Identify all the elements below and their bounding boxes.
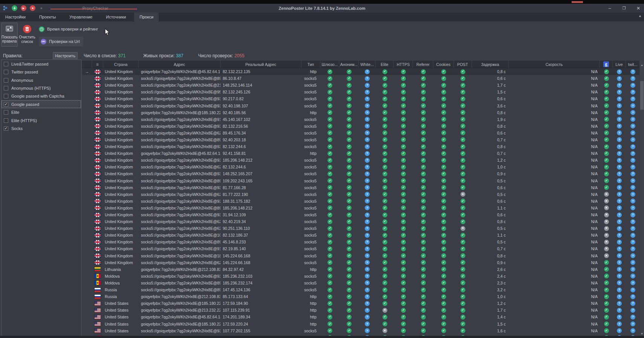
rule-item[interactable]: Google passed with Captcha — [2, 92, 81, 100]
minimize-button[interactable]: – — [607, 6, 612, 11]
restore-button[interactable]: ❐ — [621, 6, 627, 10]
table-row[interactable]: United Kingdomsocks5://goiqyefpbx:7qg2ok… — [82, 143, 640, 150]
column-header-white[interactable]: White... — [359, 61, 376, 68]
table-row[interactable]: United Kingdomsocks5://goiqyefpbx:7qg2ok… — [82, 259, 640, 266]
column-header-elite[interactable]: Elite — [376, 61, 394, 68]
table-row[interactable]: United Kingdomsocks5://goiqyefpbx:7qg2ok… — [82, 102, 640, 109]
menu-tab-Настройки[interactable]: Настройки — [0, 12, 31, 21]
column-header-real[interactable]: Реальный Адрес — [220, 61, 301, 68]
table-row[interactable]: United Kingdomsocks5://goiqyefpbx:7qg2ok… — [82, 205, 640, 211]
column-header-flag[interactable]: ≣ — [92, 61, 103, 68]
table-row[interactable]: Moldovasocks5://goiqyefpbx:7qg2okyiWKh2H… — [82, 273, 640, 280]
rule-checkbox[interactable]: ✓ — [4, 102, 8, 107]
table-row[interactable]: United Kingdomsocks5://goiqyefpbx:7qg2ok… — [82, 191, 640, 198]
table-row[interactable]: United Kingdomsocks5://goiqyefpbx:7qg2ok… — [82, 130, 640, 136]
rule-item[interactable]: Anonymous — [2, 76, 81, 84]
column-header-twitter[interactable]: twit... — [626, 61, 640, 68]
vertical-scrollbar[interactable]: ▲ ▼ — [640, 61, 644, 338]
table-row[interactable]: United Kingdomsocks5://goiqyefpbx:7qg2ok… — [82, 89, 640, 95]
table-row[interactable]: United Kingdomsocks5://goiqyefpbx:7qg2ok… — [82, 95, 640, 102]
table-row[interactable]: United Kingdomgoiqyefpbx:7qg2okyiWKh2Hx8… — [82, 109, 640, 116]
table-row[interactable]: United Kingdomsocks5://goiqyefpbx:7qg2ok… — [82, 116, 640, 123]
rule-checkbox[interactable] — [4, 110, 8, 115]
ribbon-collapse-arrow[interactable]: ▲ — [638, 14, 642, 18]
rule-checkbox[interactable] — [4, 94, 8, 98]
column-header-gateway[interactable]: Шлюзо... — [320, 61, 340, 68]
rule-item[interactable]: Twitter passed — [2, 68, 81, 76]
url-checks-button[interactable]: URL Проверки на Url — [39, 37, 83, 46]
rule-item[interactable]: ✓Socks — [2, 125, 81, 133]
menu-tab-Проекты[interactable]: Проекты — [34, 12, 61, 21]
table-row[interactable]: United Kingdomsocks5://goiqyefpbx:7qg2ok… — [82, 82, 640, 89]
column-header-cookies[interactable]: Cookies — [433, 61, 454, 68]
column-header-address[interactable]: Адрес — [139, 61, 220, 68]
rule-checkbox[interactable] — [4, 78, 8, 83]
table-row[interactable]: Russiagoiqyefpbx:7qg2okyiWKh2Hx8E@212.10… — [82, 293, 640, 300]
rule-checkbox[interactable] — [4, 62, 8, 66]
stop-button[interactable]: ■ — [30, 5, 35, 11]
table-row[interactable]: United Kingdomsocks5://goiqyefpbx:7qg2ok… — [82, 232, 640, 239]
rule-checkbox[interactable]: ✓ — [4, 126, 8, 131]
table-row[interactable]: →United Kingdomgoiqyefpbx:7qg2okyiWKh2Hx… — [82, 68, 640, 75]
column-header-delay[interactable]: Задержка — [472, 61, 509, 68]
table-row[interactable]: United Statesgoiqyefpbx:7qg2okyiWKh2Hx8E… — [82, 314, 640, 320]
rule-checkbox[interactable] — [4, 86, 8, 90]
cell-twitter: ? — [626, 280, 640, 286]
table-row[interactable]: United Kingdomsocks5://goiqyefpbx:7qg2ok… — [82, 123, 640, 130]
show-rules-button[interactable]: Показать правила — [1, 23, 18, 47]
column-header-anon[interactable]: Аноним... — [340, 61, 359, 68]
column-header-type[interactable]: Тип — [301, 61, 320, 68]
clear-list-button[interactable]: Очистить список — [19, 23, 35, 47]
column-header-referer[interactable]: Referer — [413, 61, 433, 68]
table-row[interactable]: United Kingdomsocks5://goiqyefpbx:7qg2ok… — [82, 75, 640, 82]
project-tab-title[interactable]: ProxyChecker — [82, 4, 109, 12]
scroll-up-button[interactable]: ▲ — [640, 62, 644, 68]
play-button[interactable]: ▶ — [21, 5, 26, 11]
menu-tab-Источники[interactable]: Источники — [101, 12, 131, 21]
table-row[interactable]: United Kingdomsocks5://goiqyefpbx:7qg2ok… — [82, 198, 640, 205]
overflow-chevron-icon[interactable]: » — [40, 6, 42, 10]
menu-tab-Управление[interactable]: Управление — [64, 12, 98, 21]
check-time-rating-button[interactable]: Время проверки и рейтинг — [39, 25, 98, 33]
table-row[interactable]: United Kingdomsocks5://goiqyefpbx:7qg2ok… — [82, 225, 640, 232]
table-row[interactable]: United Kingdomsocks5://goiqyefpbx:7qg2ok… — [82, 164, 640, 170]
table-row[interactable]: United Kingdomsocks5://goiqyefpbx:7qg2ok… — [82, 136, 640, 143]
table-row[interactable]: United Kingdomgoiqyefpbx:7qg2okyiWKh2Hx8… — [82, 150, 640, 157]
table-row[interactable]: United Statesgoiqyefpbx:7qg2okyiWKh2Hx8E… — [82, 300, 640, 307]
column-header-google[interactable]: g — [600, 61, 613, 68]
rule-item[interactable]: ✓Google passed — [2, 100, 81, 108]
rule-checkbox[interactable] — [4, 118, 8, 123]
table-row[interactable]: Moldovasocks5://goiqyefpbx:7qg2okyiWKh2H… — [82, 280, 640, 286]
scroll-thumb[interactable] — [640, 81, 644, 110]
table-row[interactable]: United Statessocks5://goiqyefpbx:7qg2oky… — [82, 327, 640, 334]
table-row[interactable]: Lithuaniagoiqyefpbx:7qg2okyiWKh2Hx8E@212… — [82, 266, 640, 273]
cell-address: goiqyefpbx:7qg2okyiWKh2Hx8E@185.180.22..… — [139, 109, 220, 116]
column-header-marker[interactable] — [82, 61, 92, 68]
table-row[interactable]: United Statesgoiqyefpbx:7qg2okyiWKh2Hx8E… — [82, 320, 640, 327]
rule-item[interactable]: Live&Twitter passed — [2, 60, 81, 68]
table-row[interactable]: United Kingdomsocks5://goiqyefpbx:7qg2ok… — [82, 157, 640, 164]
column-header-live[interactable]: Live — [613, 61, 626, 68]
column-header-https[interactable]: HTTPS — [394, 61, 413, 68]
table-row[interactable]: United Kingdomsocks5://goiqyefpbx:7qg2ok… — [82, 184, 640, 191]
table-row[interactable]: United Kingdomsocks5://goiqyefpbx:7qg2ok… — [82, 252, 640, 259]
rule-item[interactable]: Elite (HTTPS) — [2, 116, 81, 124]
column-header-speed[interactable]: Скорость — [509, 61, 600, 68]
table-row[interactable]: United Kingdomsocks5://goiqyefpbx:7qg2ok… — [82, 177, 640, 184]
column-header-country[interactable]: Страна — [103, 61, 139, 68]
rule-checkbox[interactable] — [4, 70, 8, 74]
configure-button[interactable]: Настроить — [53, 52, 78, 59]
table-row[interactable]: United Kingdomsocks5://goiqyefpbx:7qg2ok… — [82, 245, 640, 252]
rule-item[interactable]: Elite — [2, 109, 81, 116]
table-row[interactable]: Russiasocks5://goiqyefpbx:7qg2okyiWKh2Hx… — [82, 286, 640, 293]
menu-tab-Прокси[interactable]: Прокси — [134, 12, 159, 21]
rule-item[interactable]: Anonymous (HTTPS) — [2, 84, 81, 92]
table-row[interactable]: United Kingdomsocks5://goiqyefpbx:7qg2ok… — [82, 239, 640, 245]
table-row[interactable]: United Kingdomsocks5://goiqyefpbx:7qg2ok… — [82, 170, 640, 177]
close-button[interactable]: ✕ — [636, 6, 641, 11]
table-row[interactable]: United Kingdomsocks5://goiqyefpbx:7qg2ok… — [82, 211, 640, 218]
column-header-post[interactable]: POST — [454, 61, 472, 68]
table-row[interactable]: United Kingdomsocks5://goiqyefpbx:7qg2ok… — [82, 218, 640, 225]
table-row[interactable]: United Statesgoiqyefpbx:7qg2okyiWKh2Hx8E… — [82, 307, 640, 314]
add-project-button[interactable]: + — [12, 5, 17, 11]
